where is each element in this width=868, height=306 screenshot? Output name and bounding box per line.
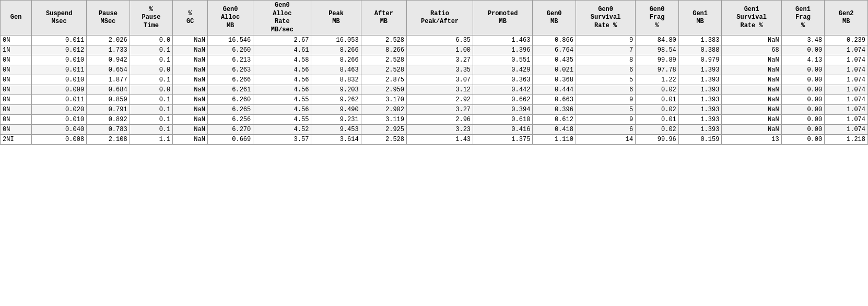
column-header-ratio: Ratio Peak/After — [407, 1, 473, 36]
cell-pct_gc: NaN — [173, 36, 208, 45]
cell-gen1_mb: 0.388 — [678, 45, 722, 55]
column-header-gen1_surv: Gen1 Survival Rate % — [722, 1, 781, 36]
cell-gen0_frag: 0.01 — [636, 95, 679, 105]
cell-gen0_frag: 97.78 — [636, 65, 679, 75]
cell-promoted_mb: 0.416 — [473, 125, 533, 135]
cell-gen0_alloc_mb: 6.266 — [207, 75, 253, 85]
cell-gen1_frag: 0.00 — [781, 85, 825, 95]
cell-gen0_surv: 5 — [576, 105, 635, 115]
cell-pause_msec: 0.684 — [87, 85, 130, 95]
cell-ratio: 1.00 — [407, 45, 473, 55]
cell-gen0_frag: 84.80 — [636, 36, 679, 45]
cell-gen0_surv: 9 — [576, 36, 635, 45]
cell-gen: 0N — [1, 125, 32, 135]
table-row: 1N0.0121.7330.1NaN6.2604.618.2668.2661.0… — [1, 45, 868, 55]
cell-gen0_alloc_rate: 4.56 — [253, 85, 311, 95]
cell-gen0_alloc_mb: 0.669 — [207, 135, 253, 145]
cell-pause_msec: 0.942 — [87, 55, 130, 65]
cell-pct_pause_time: 1.1 — [130, 135, 173, 145]
column-header-pause_msec: Pause MSec — [87, 1, 130, 36]
cell-pause_msec: 2.026 — [87, 36, 130, 45]
cell-pct_pause_time: 0.1 — [130, 45, 173, 55]
cell-gen1_surv: NaN — [722, 105, 781, 115]
cell-suspend_msec: 0.012 — [32, 45, 87, 55]
cell-gen: 0N — [1, 115, 32, 125]
cell-gen0_mb: 0.866 — [533, 36, 576, 45]
gc-stats-table-container: GenSuspend MsecPause MSec% Pause Time% G… — [0, 0, 868, 145]
cell-pct_pause_time: 0.1 — [130, 95, 173, 105]
column-header-suspend_msec: Suspend Msec — [32, 1, 87, 36]
column-header-pct_gc: % GC — [173, 1, 208, 36]
cell-gen1_mb: 1.393 — [678, 65, 722, 75]
column-header-after_mb: After MB — [361, 1, 406, 36]
cell-gen0_alloc_mb: 6.261 — [207, 85, 253, 95]
cell-gen: 0N — [1, 55, 32, 65]
cell-suspend_msec: 0.010 — [32, 75, 87, 85]
cell-gen2_mb: 1.074 — [825, 75, 868, 85]
cell-gen1_frag: 0.00 — [781, 45, 825, 55]
cell-gen0_mb: 6.764 — [533, 45, 576, 55]
cell-gen1_mb: 1.393 — [678, 85, 722, 95]
table-row: 0N0.0400.7830.1NaN6.2704.529.4532.9253.2… — [1, 125, 868, 135]
cell-pct_pause_time: 0.1 — [130, 115, 173, 125]
cell-gen1_surv: NaN — [722, 36, 781, 45]
cell-gen1_frag: 0.00 — [781, 65, 825, 75]
cell-peak_mb: 9.262 — [311, 95, 361, 105]
cell-peak_mb: 8.266 — [311, 45, 361, 55]
column-header-gen0_frag: Gen0 Frag % — [636, 1, 679, 36]
cell-after_mb: 3.170 — [361, 95, 406, 105]
cell-gen0_alloc_mb: 6.260 — [207, 95, 253, 105]
cell-pct_gc: NaN — [173, 55, 208, 65]
column-header-gen0_mb: Gen0 MB — [533, 1, 576, 36]
cell-gen0_surv: 6 — [576, 125, 635, 135]
table-row: 2NI0.0082.1081.1NaN0.6693.573.6142.5281.… — [1, 135, 868, 145]
cell-promoted_mb: 1.375 — [473, 135, 533, 145]
cell-gen: 0N — [1, 85, 32, 95]
cell-gen0_surv: 9 — [576, 115, 635, 125]
cell-gen2_mb: 1.074 — [825, 45, 868, 55]
cell-ratio: 3.27 — [407, 105, 473, 115]
cell-peak_mb: 3.614 — [311, 135, 361, 145]
cell-gen1_surv: NaN — [722, 65, 781, 75]
cell-suspend_msec: 0.010 — [32, 55, 87, 65]
column-header-gen: Gen — [1, 1, 32, 36]
cell-peak_mb: 9.490 — [311, 105, 361, 115]
cell-after_mb: 3.119 — [361, 115, 406, 125]
column-header-gen0_surv: Gen0 Survival Rate % — [576, 1, 635, 36]
cell-pause_msec: 0.654 — [87, 65, 130, 75]
cell-gen0_alloc_rate: 4.56 — [253, 105, 311, 115]
cell-promoted_mb: 0.429 — [473, 65, 533, 75]
cell-gen1_surv: NaN — [722, 115, 781, 125]
cell-gen2_mb: 1.074 — [825, 95, 868, 105]
cell-gen0_surv: 14 — [576, 135, 635, 145]
cell-promoted_mb: 0.662 — [473, 95, 533, 105]
column-header-pct_pause_time: % Pause Time — [130, 1, 173, 36]
cell-pause_msec: 0.791 — [87, 105, 130, 115]
cell-promoted_mb: 0.551 — [473, 55, 533, 65]
cell-gen1_surv: NaN — [722, 55, 781, 65]
cell-gen0_mb: 0.444 — [533, 85, 576, 95]
cell-pct_pause_time: 0.1 — [130, 55, 173, 65]
cell-pct_gc: NaN — [173, 85, 208, 95]
cell-pause_msec: 0.783 — [87, 125, 130, 135]
cell-promoted_mb: 0.442 — [473, 85, 533, 95]
cell-after_mb: 2.528 — [361, 36, 406, 45]
cell-gen1_frag: 0.00 — [781, 125, 825, 135]
cell-suspend_msec: 0.010 — [32, 115, 87, 125]
cell-gen0_alloc_mb: 6.213 — [207, 55, 253, 65]
cell-pct_gc: NaN — [173, 95, 208, 105]
cell-pct_pause_time: 0.0 — [130, 65, 173, 75]
cell-gen: 2NI — [1, 135, 32, 145]
cell-gen1_surv: NaN — [722, 75, 781, 85]
cell-suspend_msec: 0.040 — [32, 125, 87, 135]
cell-gen1_frag: 0.00 — [781, 115, 825, 125]
cell-gen0_mb: 0.021 — [533, 65, 576, 75]
cell-gen0_alloc_mb: 6.265 — [207, 105, 253, 115]
cell-gen2_mb: 1.074 — [825, 115, 868, 125]
cell-gen0_alloc_rate: 4.61 — [253, 45, 311, 55]
cell-gen1_surv: NaN — [722, 85, 781, 95]
cell-gen2_mb: 0.239 — [825, 36, 868, 45]
cell-gen0_alloc_rate: 4.55 — [253, 115, 311, 125]
cell-gen: 1N — [1, 45, 32, 55]
table-row: 0N0.0112.0260.0NaN16.5462.6716.0532.5286… — [1, 36, 868, 45]
